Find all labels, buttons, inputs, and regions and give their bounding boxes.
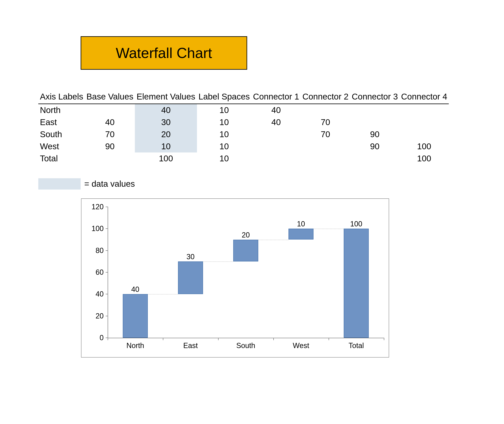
cell-connector-4 [400,116,449,128]
col-header-label-spaces: Label Spaces [197,91,252,104]
table-row: West 90 10 10 90 100 [38,140,449,152]
waterfall-bar [178,262,203,294]
x-tick [273,338,274,340]
cell-label-space: 10 [197,128,252,140]
x-tick [218,338,218,340]
cell-connector-3 [350,116,400,128]
x-category-label: Total [349,341,364,350]
bar-data-label: 20 [242,231,250,239]
cell-connector-1 [251,140,301,152]
x-axis [108,338,384,338]
x-category-label: South [236,341,255,350]
connector-line [258,240,289,240]
x-category-label: North [126,341,144,350]
col-header-connector-1: Connector 1 [251,91,301,104]
cell-connector-3 [350,152,400,165]
waterfall-chart: 02040608010012040North30East20South10Wes… [81,198,389,357]
y-tick [106,250,108,251]
cell-base [85,104,135,116]
waterfall-bar [123,294,147,338]
cell-element: 10 [135,140,197,152]
col-header-element-values: Element Values [135,91,197,104]
bar-data-label: 40 [131,285,139,294]
cell-connector-4: 100 [400,152,449,165]
y-tick [106,207,108,207]
bar-data-label: 100 [350,220,362,228]
cell-connector-4 [400,128,449,140]
connector-line [148,294,178,294]
cell-axis: South [38,128,85,140]
col-header-connector-4: Connector 4 [400,91,449,104]
connector-line [203,262,233,262]
table-body: North 40 10 40 East 40 30 10 40 70 [38,104,449,165]
y-tick-label: 0 [88,334,104,342]
y-tick [106,316,108,316]
cell-element: 20 [135,128,197,140]
x-tick [329,338,329,340]
cell-axis: West [38,140,85,152]
table-row: East 40 30 10 40 70 [38,116,449,128]
legend: = data values [38,178,135,190]
cell-connector-3 [350,104,400,116]
cell-connector-2: 70 [301,128,350,140]
x-category-label: West [293,341,309,350]
y-tick-label: 80 [88,246,104,255]
cell-axis: North [38,104,85,116]
bar-data-label: 10 [297,220,305,228]
y-tick-label: 120 [88,203,104,211]
table-header-row: Axis Labels Base Values Element Values L… [38,91,449,104]
cell-element: 40 [135,104,197,116]
waterfall-bar [288,229,313,239]
chart-title: Waterfall Chart [116,45,212,61]
y-tick-label: 40 [88,290,104,298]
cell-connector-1: 40 [251,104,301,116]
cell-label-space: 10 [197,116,252,128]
cell-connector-1: 40 [251,116,301,128]
col-header-axis-labels: Axis Labels [38,91,85,104]
cell-base: 90 [85,140,135,152]
cell-connector-3: 90 [350,140,400,152]
cell-connector-1 [251,128,301,140]
cell-label-space: 10 [197,140,252,152]
cell-label-space: 10 [197,152,252,165]
cell-connector-2 [301,104,350,116]
table-row: North 40 10 40 [38,104,449,116]
y-tick [106,272,108,273]
cell-element: 30 [135,116,197,128]
legend-swatch [38,178,81,190]
connector-line [313,229,344,229]
cell-connector-4 [400,104,449,116]
cell-base [85,152,135,165]
y-tick-label: 60 [88,268,104,277]
cell-base: 70 [85,128,135,140]
cell-connector-4: 100 [400,140,449,152]
cell-label-space: 10 [197,104,252,116]
cell-axis: Total [38,152,85,165]
x-tick [384,338,384,340]
legend-text: = data values [84,179,135,189]
x-category-label: East [183,341,198,350]
x-tick [163,338,163,340]
waterfall-bar [344,229,369,338]
y-tick [106,294,108,294]
col-header-connector-3: Connector 3 [350,91,400,104]
bar-data-label: 30 [186,253,195,261]
col-header-connector-2: Connector 2 [301,91,350,104]
y-tick-label: 100 [88,224,104,233]
data-table: Axis Labels Base Values Element Values L… [38,91,449,165]
cell-connector-1 [251,152,301,165]
table-row: Total 100 10 100 [38,152,449,165]
cell-base: 40 [85,116,135,128]
cell-connector-2 [301,140,350,152]
cell-connector-3: 90 [350,128,400,140]
cell-element: 100 [135,152,197,165]
table-row: South 70 20 10 70 90 [38,128,449,140]
cell-connector-2: 70 [301,116,350,128]
x-tick [108,338,108,340]
y-tick-label: 20 [88,312,104,320]
waterfall-bar [233,240,258,262]
y-tick [106,228,108,229]
col-header-base-values: Base Values [85,91,135,104]
chart-title-box: Waterfall Chart [81,36,247,70]
cell-connector-2 [301,152,350,165]
